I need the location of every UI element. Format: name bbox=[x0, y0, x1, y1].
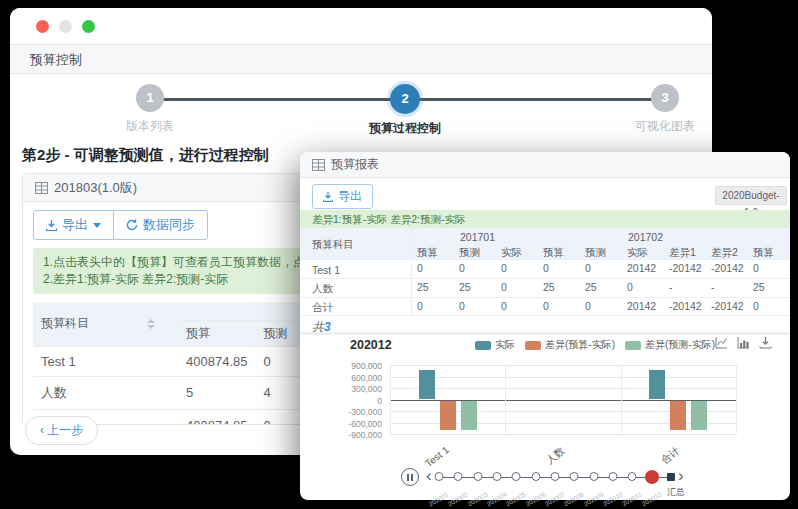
timeline-pause-button[interactable] bbox=[401, 468, 419, 486]
value-cell: 25 bbox=[748, 279, 790, 298]
column-header[interactable]: 实际 bbox=[622, 244, 664, 260]
bar-chart-icon[interactable] bbox=[737, 336, 750, 349]
maximize-button[interactable] bbox=[82, 20, 95, 33]
close-button[interactable] bbox=[36, 20, 49, 33]
timeline-label: 202008 bbox=[563, 491, 585, 508]
export-button[interactable]: 导出 bbox=[33, 210, 114, 240]
timeline-point-202011[interactable] bbox=[628, 472, 637, 481]
gridline bbox=[390, 434, 736, 435]
refresh-icon bbox=[126, 219, 138, 231]
value-cell: 400874.85 bbox=[178, 346, 255, 376]
column-header-subject[interactable]: 预算科目 bbox=[33, 302, 178, 346]
column-header[interactable]: 预算 bbox=[178, 320, 255, 346]
x-axis-label: Test 1 bbox=[415, 444, 450, 475]
table-icon bbox=[312, 159, 325, 171]
column-header[interactable]: 差异1 bbox=[664, 244, 706, 260]
bar-差异(预算-实际) bbox=[440, 401, 456, 431]
column-header[interactable]: 实际 bbox=[496, 244, 538, 260]
stepper-step-2[interactable]: 2预算过程控制 bbox=[335, 84, 475, 137]
value-cell: -20142 bbox=[706, 298, 748, 316]
panel-title: 201803(1.0版) bbox=[54, 174, 137, 201]
value-cell: 25 bbox=[412, 279, 454, 298]
timeline-point-202002[interactable] bbox=[454, 472, 463, 481]
timeline-point-汇总[interactable] bbox=[667, 473, 675, 481]
version-badge: 2020Budget-1.0 bbox=[715, 186, 787, 205]
timeline-point-202006[interactable] bbox=[531, 472, 540, 481]
value-cell: 0 bbox=[748, 260, 790, 279]
value-cell: 5 bbox=[178, 376, 255, 409]
value-cell: 0 bbox=[496, 279, 538, 298]
timeline-label: 202010 bbox=[601, 491, 623, 508]
save-image-icon[interactable] bbox=[759, 336, 772, 349]
column-header[interactable]: 差异2 bbox=[706, 244, 748, 260]
report-export-button[interactable]: 导出 bbox=[312, 184, 373, 209]
value-cell: -20142 bbox=[664, 260, 706, 279]
timeline-label: 202004 bbox=[485, 491, 507, 508]
column-header[interactable]: 预算 bbox=[538, 244, 580, 260]
bar-差异(预测-实际) bbox=[691, 401, 707, 431]
legend-item[interactable]: 差异(预测-实际) bbox=[625, 338, 715, 352]
data-sync-button[interactable]: 数据同步 bbox=[113, 210, 208, 240]
y-tick-label: 600,000 bbox=[302, 373, 382, 383]
y-tick-label: 300,000 bbox=[302, 384, 382, 394]
timeline-point-202003[interactable] bbox=[473, 472, 482, 481]
step-label: 预算过程控制 bbox=[335, 120, 475, 137]
download-icon bbox=[323, 192, 333, 202]
legend-item[interactable]: 实际 bbox=[475, 338, 515, 352]
data-sync-label: 数据同步 bbox=[143, 216, 195, 234]
value-cell: 20142 bbox=[622, 298, 664, 316]
bar-实际 bbox=[419, 370, 435, 400]
timeline-point-202008[interactable] bbox=[570, 472, 579, 481]
timeline-label: 202001 bbox=[427, 491, 449, 508]
category-gridline bbox=[390, 365, 391, 434]
column-group-header: 201701 bbox=[412, 228, 538, 244]
bar-差异(预测-实际) bbox=[461, 401, 477, 431]
step-number: 1 bbox=[136, 84, 164, 112]
timeline-point-202005[interactable] bbox=[512, 472, 521, 481]
timeline-label: 202011 bbox=[621, 491, 643, 508]
stepper-step-3[interactable]: 3可视化图表 bbox=[595, 84, 735, 135]
column-header[interactable]: 预算 bbox=[412, 244, 454, 260]
value-cell: 0 bbox=[454, 298, 496, 316]
subject-cell: Test 1 bbox=[300, 260, 412, 279]
minimize-button[interactable] bbox=[59, 20, 72, 33]
subject-cell: 人数 bbox=[33, 376, 178, 409]
timeline-point-202004[interactable] bbox=[493, 472, 502, 481]
budget-report-window: 预算报表 导出 2020Budget-1.0 差异1:预算-实际 差异2:预测-… bbox=[300, 152, 790, 500]
sort-icon[interactable] bbox=[147, 319, 155, 329]
timeline-point-202009[interactable] bbox=[589, 472, 598, 481]
timeline-prev-icon[interactable]: ‹ bbox=[426, 465, 432, 487]
export-label: 导出 bbox=[62, 216, 88, 234]
timeline-point-202001[interactable] bbox=[435, 472, 444, 481]
column-header-subject[interactable]: 预算科目 bbox=[300, 228, 412, 260]
column-group-header: 201702 bbox=[538, 228, 748, 244]
y-tick-label: 900,000 bbox=[302, 361, 382, 371]
diff-notice: 差异1:预算-实际 差异2:预测-实际 bbox=[300, 210, 790, 228]
value-cell: 25 bbox=[454, 279, 496, 298]
value-cell: 0 bbox=[412, 298, 454, 316]
table-icon bbox=[35, 182, 48, 194]
legend-label: 差异(预测-实际) bbox=[645, 338, 715, 352]
y-tick-label: 0 bbox=[302, 396, 382, 406]
timeline-point-202012[interactable] bbox=[645, 470, 659, 484]
step-label: 版本列表 bbox=[80, 118, 220, 135]
y-tick-label: -300,000 bbox=[302, 407, 382, 417]
report-header: 预算报表 bbox=[300, 152, 790, 178]
timeline-point-202007[interactable] bbox=[551, 472, 560, 481]
legend-swatch bbox=[525, 341, 541, 350]
y-tick-label: -600,000 bbox=[302, 419, 382, 429]
previous-step-button[interactable]: ‹ 上一步 bbox=[25, 416, 98, 445]
column-header[interactable]: 预测 bbox=[580, 244, 622, 260]
bar-实际 bbox=[649, 370, 665, 400]
timeline-point-202010[interactable] bbox=[609, 472, 618, 481]
column-header[interactable]: 预算 bbox=[748, 244, 790, 260]
line-chart-icon[interactable] bbox=[715, 336, 728, 349]
legend-item[interactable]: 差异(预算-实际) bbox=[525, 338, 615, 352]
category-gridline bbox=[505, 365, 506, 434]
column-header[interactable]: 预测 bbox=[454, 244, 496, 260]
timeline-next-icon[interactable]: › bbox=[678, 465, 684, 487]
value-cell: - bbox=[664, 279, 706, 298]
timeline-label: 202003 bbox=[466, 491, 488, 508]
stepper-step-1[interactable]: 1版本列表 bbox=[80, 84, 220, 135]
gridline bbox=[390, 365, 736, 366]
